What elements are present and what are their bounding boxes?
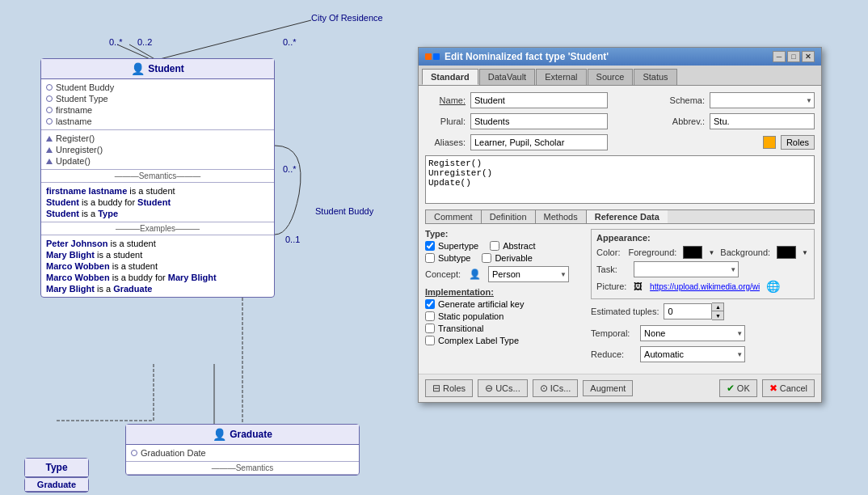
task-label: Task: bbox=[596, 264, 629, 274]
ok-label: OK bbox=[737, 383, 750, 393]
ok-icon: ✔ bbox=[727, 383, 735, 394]
inner-tab-methods[interactable]: Methods bbox=[536, 210, 587, 223]
transitional-label: Transitional bbox=[438, 324, 483, 333]
graduate-small-title: Graduate bbox=[37, 480, 76, 489]
mult-label-5: 0..1 bbox=[285, 235, 300, 244]
static-population-checkbox[interactable] bbox=[425, 311, 435, 321]
abbrev-label: Abbrev.: bbox=[664, 116, 705, 126]
derivable-checkbox[interactable] bbox=[482, 253, 491, 263]
supertype-label: Supertype bbox=[438, 241, 478, 251]
attr-grad-label: Graduation Date bbox=[141, 448, 206, 458]
tab-status[interactable]: Status bbox=[634, 69, 676, 85]
abstract-checkbox[interactable] bbox=[490, 241, 499, 251]
textarea-section: Register() Unregister() Update() bbox=[425, 155, 815, 206]
ics-button[interactable]: ⊙ ICs... bbox=[533, 379, 579, 397]
static-pop-row: Static population bbox=[425, 311, 584, 321]
tab-external[interactable]: External bbox=[536, 69, 586, 85]
tab-standard[interactable]: Standard bbox=[422, 69, 478, 85]
student-header: 👤 Student bbox=[41, 59, 274, 79]
tab-datavault[interactable]: DataVault bbox=[479, 69, 536, 85]
inner-tab-definition[interactable]: Definition bbox=[482, 210, 536, 223]
vocab-icon bbox=[763, 136, 776, 149]
col-left: Type: Supertype Abstract Subtype Derivab… bbox=[425, 229, 584, 367]
abbrev-input[interactable] bbox=[710, 113, 815, 129]
student-buddy-label: Student Buddy bbox=[315, 206, 373, 216]
supertype-checkbox[interactable] bbox=[425, 241, 435, 251]
concept-select-wrapper: Person bbox=[488, 266, 569, 282]
op-label-3: Update() bbox=[56, 156, 91, 166]
cancel-button[interactable]: ✖ Cancel bbox=[762, 379, 815, 397]
op-unregister: Unregister() bbox=[46, 144, 269, 155]
ex-3: Marco Wobben is a student bbox=[46, 260, 269, 272]
titlebar-buttons[interactable]: ─ □ ✕ bbox=[773, 51, 815, 62]
complex-label-checkbox[interactable] bbox=[425, 336, 435, 345]
dialog-titlebar: Edit Nominalized fact type 'Student' ─ □… bbox=[419, 48, 821, 66]
maximize-button[interactable]: □ bbox=[787, 51, 800, 62]
inner-tab-refdata[interactable]: Reference Data bbox=[587, 210, 668, 223]
ics-icon: ⊙ bbox=[540, 383, 548, 394]
tab-source[interactable]: Source bbox=[588, 69, 634, 85]
complex-label-row: Complex Label Type bbox=[425, 336, 584, 345]
temporal-row: Temporal: None bbox=[591, 325, 815, 341]
plural-label: Plural: bbox=[425, 116, 466, 126]
picture-icon: 🖼 bbox=[634, 281, 643, 291]
concept-label: Concept: bbox=[425, 269, 461, 279]
background-swatch[interactable] bbox=[777, 246, 796, 259]
ex-1-bold: Peter Johnson bbox=[46, 239, 107, 248]
transitional-checkbox[interactable] bbox=[425, 324, 435, 333]
estimated-tuples-input[interactable] bbox=[664, 303, 712, 319]
foreground-swatch[interactable] bbox=[683, 246, 702, 259]
abstract-label: Abstract bbox=[503, 241, 535, 251]
aliases-input[interactable] bbox=[470, 134, 608, 150]
circle-icon-grad bbox=[131, 450, 137, 456]
ex-4-bold2: Mary Blight bbox=[168, 273, 217, 282]
spin-down-button[interactable]: ▼ bbox=[712, 311, 723, 319]
sem-2: Student is a buddy for Student bbox=[46, 197, 269, 208]
graduate-title: Graduate bbox=[230, 429, 272, 440]
name-input[interactable] bbox=[470, 92, 608, 108]
schema-select[interactable] bbox=[710, 92, 815, 108]
mult-label-3: 0..* bbox=[283, 37, 297, 47]
implementation-section: Implementation: Generate artificial key … bbox=[425, 287, 584, 345]
circle-icon-4 bbox=[46, 118, 53, 125]
grad-semantics-label: ———Semantics bbox=[126, 462, 359, 475]
sem-3-bold2: Type bbox=[98, 209, 118, 218]
reduce-select[interactable]: Automatic bbox=[640, 346, 745, 362]
est-tuples-label: Estimated tuples: bbox=[591, 307, 659, 316]
dialog-tabs: Standard DataVault External Source Statu… bbox=[419, 66, 821, 86]
attr-label-2: Student Type bbox=[56, 94, 108, 104]
triangle-icon-1 bbox=[46, 136, 53, 142]
close-button[interactable]: ✕ bbox=[802, 51, 815, 62]
type-box: Type bbox=[24, 458, 89, 478]
task-select[interactable] bbox=[634, 261, 739, 277]
subtype-row: Subtype Derivable bbox=[425, 253, 584, 263]
picture-url[interactable]: https://upload.wikimedia.org/wi bbox=[650, 282, 760, 291]
type-title: Type bbox=[45, 462, 67, 473]
minimize-button[interactable]: ─ bbox=[773, 51, 786, 62]
op-label-1: Register() bbox=[56, 133, 95, 143]
task-select-wrapper bbox=[634, 261, 739, 277]
sem-3-bold: Student bbox=[46, 209, 79, 218]
operations-textarea[interactable]: Register() Unregister() Update() bbox=[425, 155, 815, 204]
ok-button[interactable]: ✔ OK bbox=[719, 379, 757, 397]
roles-button[interactable]: ⊟ Roles bbox=[425, 379, 473, 397]
concept-row: Concept: 👤 Person bbox=[425, 266, 584, 282]
est-tuples-row: Estimated tuples: ▲ ▼ bbox=[591, 302, 815, 320]
augment-button[interactable]: Augment bbox=[583, 380, 633, 396]
ex-1: Peter Johnson is a student bbox=[46, 238, 269, 249]
impl-title: Implementation: bbox=[425, 287, 584, 297]
background-label: Background: bbox=[720, 248, 770, 257]
inner-tabs: Comment Definition Methods Reference Dat… bbox=[425, 209, 815, 224]
plural-row: Plural: Abbrev.: bbox=[425, 113, 815, 129]
inner-tab-comment[interactable]: Comment bbox=[426, 210, 482, 223]
concept-select[interactable]: Person bbox=[488, 266, 569, 282]
subtype-checkbox[interactable] bbox=[425, 253, 435, 263]
vocabularies-button[interactable]: Roles bbox=[781, 135, 815, 150]
ucs-button[interactable]: ⊖ UCs... bbox=[478, 379, 528, 397]
plural-input[interactable] bbox=[470, 113, 608, 129]
col-right: Appearance: Color: Foreground: ▼ Backgro… bbox=[591, 229, 815, 367]
ex-4-bold1: Marco Wobben bbox=[46, 273, 110, 282]
generate-key-checkbox[interactable] bbox=[425, 299, 435, 309]
temporal-select[interactable]: None bbox=[640, 325, 745, 341]
spin-up-button[interactable]: ▲ bbox=[712, 303, 723, 311]
